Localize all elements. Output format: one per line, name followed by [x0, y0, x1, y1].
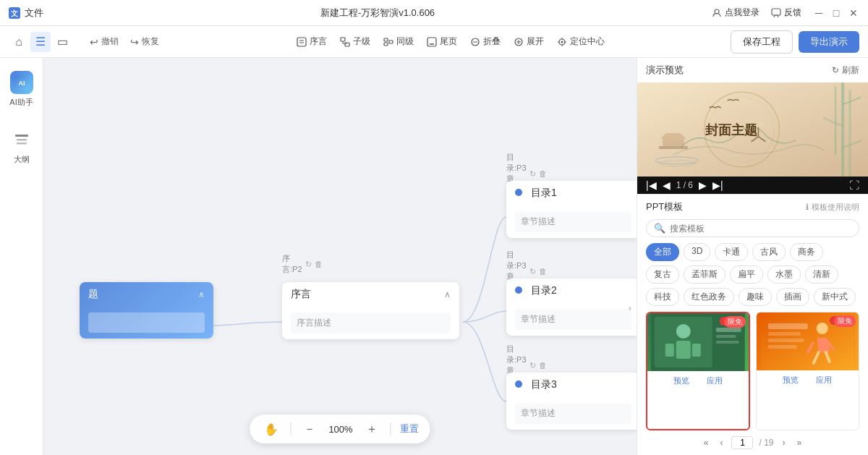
zoom-level: 100%: [328, 424, 352, 435]
maximize-button[interactable]: □: [830, 7, 842, 19]
catalog1-delete-btn[interactable]: 🗑: [539, 169, 547, 178]
sidebar-item-outline[interactable]: 大纲: [4, 124, 39, 169]
catalog2-desc[interactable]: 章节描述: [515, 309, 631, 330]
svg-rect-44: [663, 139, 684, 146]
tag-newchinese[interactable]: 新中式: [814, 288, 856, 306]
preface-desc[interactable]: 序言描述: [291, 312, 451, 333]
catalog2-refresh-btn[interactable]: ↻: [529, 267, 536, 276]
next-page-button[interactable]: ›: [780, 436, 788, 449]
login-button[interactable]: 点我登录: [712, 7, 760, 19]
tag-retro[interactable]: 复古: [646, 265, 679, 284]
svg-rect-43: [659, 146, 688, 149]
divider-2: [391, 422, 391, 435]
template-title: PPT模板: [646, 200, 683, 213]
fold-button[interactable]: 折叠: [464, 33, 506, 51]
sidebar-item-ai[interactable]: AI AI助手: [4, 67, 38, 112]
catalog2-header: 目录2 ›: [506, 278, 637, 303]
tail-button[interactable]: 尾页: [421, 33, 463, 51]
catalog2-node[interactable]: 目录2 › 章节描述: [506, 278, 637, 336]
cover-desc[interactable]: [88, 312, 205, 333]
apply-tmpl-1-btn[interactable]: 应用: [701, 374, 728, 388]
search-box: 🔍: [646, 219, 859, 237]
tag-illustration[interactable]: 插画: [776, 288, 809, 306]
preview-tmpl-2-btn[interactable]: 预览: [777, 373, 804, 387]
tag-fresh[interactable]: 清新: [805, 265, 838, 284]
preview-tmpl-1-btn[interactable]: 预览: [668, 374, 695, 388]
apply-tmpl-2-btn[interactable]: 应用: [810, 373, 838, 387]
next-last-button[interactable]: ▶|: [712, 179, 723, 191]
undo-button[interactable]: ↩ 撤销: [84, 33, 124, 51]
catalog3-dot: [515, 380, 522, 388]
export-button[interactable]: 导出演示: [799, 31, 859, 53]
refresh-label: 刷新: [842, 64, 859, 77]
catalog1-desc[interactable]: 章节描述: [515, 211, 631, 232]
preface-refresh-btn[interactable]: ↻: [305, 260, 312, 269]
tag-flat[interactable]: 扁平: [730, 265, 763, 284]
sidebar: AI AI助手 大纲: [0, 58, 43, 455]
catalog3-delete-btn[interactable]: 🗑: [539, 361, 547, 370]
zoom-out-button[interactable]: －: [299, 419, 320, 439]
child-button[interactable]: 子级: [334, 33, 376, 51]
minimize-button[interactable]: ─: [813, 7, 825, 19]
expand-button[interactable]: 展开: [508, 33, 550, 51]
tag-govt[interactable]: 红色政务: [684, 288, 734, 306]
zoom-in-button[interactable]: ＋: [362, 419, 382, 439]
tag-all[interactable]: 全部: [646, 243, 679, 261]
redo-button[interactable]: ↪ 恢复: [124, 33, 165, 51]
tag-memphis[interactable]: 孟菲斯: [684, 265, 726, 284]
catalog3-node[interactable]: 目录3 章节描述: [506, 373, 637, 430]
template-card-2[interactable]: 限免: [756, 312, 860, 430]
prev-button[interactable]: ◀: [663, 179, 671, 191]
first-page-button[interactable]: «: [701, 436, 712, 449]
feedback-button[interactable]: 反馈: [771, 7, 801, 19]
cover-chevron[interactable]: ∧: [198, 289, 205, 299]
home-button[interactable]: ⌂: [9, 32, 29, 52]
peer-button[interactable]: 同级: [378, 33, 420, 51]
locate-button[interactable]: 定位中心: [551, 33, 610, 51]
catalog2-body: 章节描述: [506, 303, 637, 336]
template-card-1[interactable]: 限免: [646, 312, 750, 430]
reset-button[interactable]: 重置: [400, 422, 419, 435]
svg-rect-64: [767, 339, 804, 342]
refresh-button[interactable]: ↻ 刷新: [832, 64, 859, 77]
catalog3-refresh-btn[interactable]: ↻: [529, 361, 536, 370]
tag-ink[interactable]: 水墨: [767, 265, 801, 284]
preface-button[interactable]: 序言: [291, 33, 333, 51]
tag-ancient[interactable]: 古风: [752, 243, 786, 261]
tag-business[interactable]: 商务: [790, 243, 823, 261]
search-input[interactable]: [670, 224, 851, 234]
prev-page-button[interactable]: ‹: [717, 436, 726, 449]
prev-first-button[interactable]: |◀: [646, 179, 657, 191]
next-button[interactable]: ▶: [699, 179, 707, 191]
catalog1-node[interactable]: 目录1 章节描述: [506, 181, 637, 238]
preview-nav: |◀ ◀ 1 / 6 ▶ ▶|: [646, 179, 723, 191]
save-button[interactable]: 保存工程: [731, 30, 793, 54]
catalog2-expand-btn[interactable]: ›: [629, 302, 631, 312]
pan-button[interactable]: ✋: [261, 419, 281, 439]
peer-icon: [383, 37, 393, 47]
preface-delete-btn[interactable]: 🗑: [315, 260, 323, 268]
page-number-input[interactable]: [731, 436, 753, 449]
display-button[interactable]: ▭: [52, 32, 72, 52]
window-title: 新建工程-万彩智演v1.0.606: [320, 7, 435, 20]
template-help-button[interactable]: ℹ 模板使用说明: [806, 202, 859, 213]
cover-node-title: 题: [88, 288, 98, 301]
tag-cartoon[interactable]: 卡通: [715, 243, 748, 261]
title-bar-right: 点我登录 反馈 ─ □ ✕: [712, 7, 859, 19]
fullscreen-button[interactable]: ⛶: [849, 179, 859, 191]
preface-node-title: 序言: [291, 288, 311, 301]
tag-fun[interactable]: 趣味: [739, 288, 772, 306]
close-button[interactable]: ✕: [848, 7, 859, 19]
tag-3d[interactable]: 3D: [684, 243, 710, 261]
catalog1-refresh-btn[interactable]: ↻: [529, 169, 536, 179]
catalog3-desc[interactable]: 章节描述: [515, 403, 631, 424]
template-search: 🔍: [637, 219, 868, 243]
list-button[interactable]: ☰: [30, 32, 51, 52]
cover-node[interactable]: 题 ∧: [80, 282, 213, 339]
last-page-button[interactable]: »: [794, 436, 805, 449]
canvas-area[interactable]: 题 ∧ 序言:P2 ↻ 🗑 序言 ∧ 序言描述: [43, 58, 637, 455]
tag-tech[interactable]: 科技: [646, 288, 679, 306]
preface-node[interactable]: 序言 ∧ 序言描述: [282, 282, 459, 339]
catalog2-delete-btn[interactable]: 🗑: [539, 267, 547, 276]
preface-chevron[interactable]: ∧: [444, 289, 451, 299]
